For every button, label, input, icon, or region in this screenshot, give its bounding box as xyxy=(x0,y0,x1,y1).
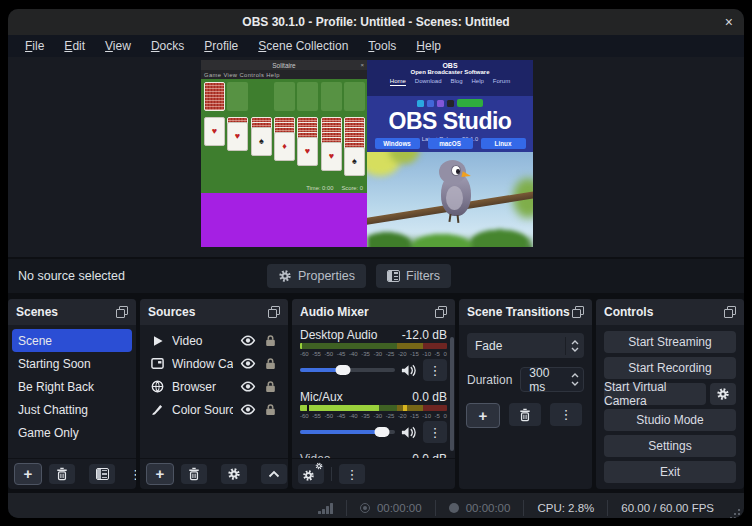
speaker-icon[interactable] xyxy=(401,364,417,377)
mixer-channel-desktop-audio: Desktop Audio -12.0 dB -60-55-50-45-40-3… xyxy=(300,327,447,382)
volume-slider[interactable] xyxy=(300,368,395,372)
lock-icon[interactable] xyxy=(265,357,276,370)
popout-icon[interactable] xyxy=(268,306,280,318)
browser-and-video-sources[interactable]: OBS Open Broadcaster Software Home Downl… xyxy=(367,60,533,247)
menu-view[interactable]: View xyxy=(96,37,140,55)
program-canvas[interactable]: Solitaire × Game View Controls Help xyxy=(201,60,533,247)
volume-meter xyxy=(300,405,447,411)
visibility-eye-icon[interactable] xyxy=(240,335,256,346)
spin-up-icon[interactable] xyxy=(571,373,579,378)
lock-icon[interactable] xyxy=(265,380,276,393)
popout-icon[interactable] xyxy=(116,306,128,318)
audio-mixer-header[interactable]: Audio Mixer xyxy=(292,299,455,325)
channel-name: Mic/Aux xyxy=(300,390,343,404)
source-item-color-source[interactable]: Color Source xyxy=(144,398,284,421)
scene-item-just-chatting[interactable]: Just Chatting xyxy=(12,398,132,421)
menu-scene-collection[interactable]: Scene Collection xyxy=(249,37,357,55)
scene-item-be-right-back[interactable]: Be Right Back xyxy=(12,375,132,398)
transition-select[interactable]: Fade xyxy=(467,333,584,358)
speaker-icon[interactable] xyxy=(401,426,417,439)
add-source-button[interactable]: + xyxy=(146,463,174,485)
popout-icon[interactable] xyxy=(724,306,736,318)
audio-mixer-toolbar: ⋮ xyxy=(292,458,455,489)
controls-panel-header[interactable]: Controls xyxy=(596,299,744,325)
trash-icon xyxy=(519,408,531,422)
scenes-more-icon[interactable]: ⋮ xyxy=(129,467,136,482)
move-source-up-button[interactable] xyxy=(261,464,287,484)
source-properties-button[interactable] xyxy=(221,464,247,484)
menu-tools[interactable]: Tools xyxy=(359,37,405,55)
volume-slider[interactable] xyxy=(300,430,395,434)
menu-help[interactable]: Help xyxy=(407,37,450,55)
channel-volume-db: -12.0 dB xyxy=(402,328,447,342)
lock-icon[interactable] xyxy=(265,403,276,416)
spin-down-icon[interactable] xyxy=(571,381,579,386)
source-item-browser[interactable]: Browser xyxy=(144,375,284,398)
sources-list: Video xyxy=(140,325,288,458)
remove-source-button[interactable] xyxy=(181,464,207,484)
lock-icon[interactable] xyxy=(265,334,276,347)
menu-file[interactable]: File xyxy=(16,37,53,55)
settings-button[interactable]: Settings xyxy=(604,435,736,457)
start-streaming-button[interactable]: Start Streaming xyxy=(604,331,736,353)
filters-button[interactable]: Filters xyxy=(376,264,451,288)
sources-toolbar: + xyxy=(140,458,288,489)
channel-options-button[interactable]: ⋮ xyxy=(423,359,447,381)
filters-icon xyxy=(387,270,400,282)
solitaire-menu-bar: Game View Controls Help xyxy=(201,70,367,79)
plus-icon: + xyxy=(24,467,33,481)
menu-profile[interactable]: Profile xyxy=(195,37,247,55)
menu-bar: File Edit View Docks Profile Scene Colle… xyxy=(8,35,744,57)
source-item-window-capture[interactable]: Window Captur xyxy=(144,352,284,375)
exit-button[interactable]: Exit xyxy=(604,461,736,483)
scene-transitions-header[interactable]: Scene Transitions xyxy=(459,299,592,325)
sources-panel-header[interactable]: Sources xyxy=(140,299,288,325)
nav-home: Home xyxy=(390,78,406,86)
source-item-video[interactable]: Video xyxy=(144,329,284,352)
duration-spinbox[interactable]: 300 ms xyxy=(520,367,584,392)
add-scene-button[interactable]: + xyxy=(14,463,42,485)
menu-docks[interactable]: Docks xyxy=(142,37,193,55)
resize-grip[interactable] xyxy=(730,509,740,518)
screen: OBS 30.1.0 - Profile: Untitled - Scenes:… xyxy=(0,0,752,526)
start-recording-button[interactable]: Start Recording xyxy=(604,357,736,379)
scene-item-starting-soon[interactable]: Starting Soon xyxy=(12,352,132,375)
controls-panel: Controls Start Streaming Start Recording… xyxy=(596,299,744,489)
remove-scene-button[interactable] xyxy=(49,464,75,484)
window-capture-solitaire[interactable]: Solitaire × Game View Controls Help xyxy=(201,60,367,247)
playing-card: ♥ xyxy=(297,137,318,166)
scenes-panel-header[interactable]: Scenes xyxy=(8,299,136,325)
advanced-audio-properties-button[interactable] xyxy=(298,464,324,484)
channel-options-button[interactable]: ⋮ xyxy=(423,421,447,443)
add-transition-button[interactable]: + xyxy=(466,403,500,428)
visibility-eye-icon[interactable] xyxy=(240,381,256,392)
scene-filters-button[interactable] xyxy=(89,464,115,484)
card-back xyxy=(204,82,225,111)
slider-handle[interactable] xyxy=(335,365,350,375)
studio-mode-button[interactable]: Studio Mode xyxy=(604,409,736,431)
scene-item-game-only[interactable]: Game Only xyxy=(12,421,132,444)
slider-handle[interactable] xyxy=(374,427,389,437)
start-virtual-camera-button[interactable]: Start Virtual Camera xyxy=(604,383,706,405)
visibility-eye-icon[interactable] xyxy=(240,358,256,369)
dots-icon: ⋮ xyxy=(346,467,359,482)
stream-timer: 00:00:00 xyxy=(377,502,422,514)
title-bar[interactable]: OBS 30.1.0 - Profile: Untitled - Scenes:… xyxy=(8,9,744,35)
visibility-eye-icon[interactable] xyxy=(240,404,256,415)
properties-button[interactable]: Properties xyxy=(267,264,366,288)
scene-item-scene[interactable]: Scene xyxy=(12,329,132,352)
social-icon xyxy=(417,100,424,107)
filters-icon xyxy=(96,468,109,480)
mixer-scrollbar[interactable] xyxy=(450,337,454,451)
remove-transition-button[interactable] xyxy=(509,403,541,426)
virtual-camera-settings-button[interactable] xyxy=(710,383,736,405)
popout-icon[interactable] xyxy=(435,306,447,318)
duration-label: Duration xyxy=(467,373,512,387)
menu-edit[interactable]: Edit xyxy=(55,37,94,55)
controls-panel-title: Controls xyxy=(604,305,653,319)
mixer-more-button[interactable]: ⋮ xyxy=(339,464,365,484)
popout-icon[interactable] xyxy=(572,306,584,318)
transition-more-button[interactable]: ⋮ xyxy=(550,403,582,426)
close-icon[interactable]: × xyxy=(725,9,733,35)
sources-panel-title: Sources xyxy=(148,305,195,319)
